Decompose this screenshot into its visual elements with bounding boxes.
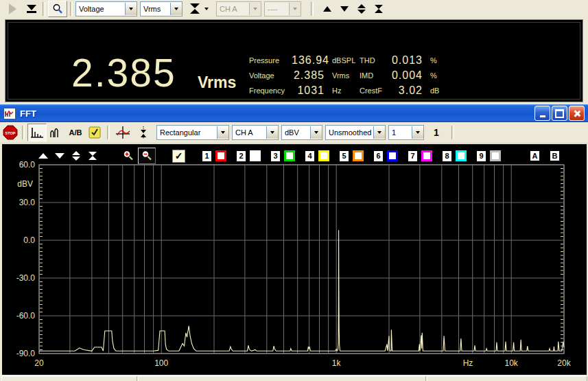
shift-up-button[interactable] xyxy=(38,153,48,159)
close-icon xyxy=(573,110,580,117)
play-button[interactable] xyxy=(4,1,21,16)
statusbar-segment xyxy=(1,376,137,381)
down-to-line-icon xyxy=(27,5,36,13)
fft-unit-select[interactable]: dBV xyxy=(281,125,322,140)
reading-row: CrestF 3.02 dB xyxy=(360,83,439,98)
magnifier-icon xyxy=(52,3,63,14)
meter-main-value: 2.385 xyxy=(71,50,176,95)
minimize-icon xyxy=(540,115,545,117)
overlay-checkbox-8[interactable] xyxy=(456,150,467,161)
up-triangle-icon xyxy=(38,153,48,159)
chevron-down-icon[interactable] xyxy=(310,126,322,139)
scale-up-button[interactable] xyxy=(320,1,334,16)
svg-text:-30.0: -30.0 xyxy=(16,273,36,283)
fft-window-select[interactable]: Rectangular xyxy=(156,125,229,140)
chevron-down-icon xyxy=(289,3,301,15)
svg-text:60.0: 60.0 xyxy=(19,160,36,170)
down-triangle-icon xyxy=(55,153,64,159)
chevron-down-icon xyxy=(249,3,261,15)
zoom-in-button[interactable] xyxy=(120,148,137,163)
overlay-checkbox-5[interactable] xyxy=(353,150,364,161)
maximize-button[interactable] xyxy=(552,106,567,121)
skip-to-end-button[interactable] xyxy=(23,1,40,16)
meter-screen: 2.385 Vrms Pressure 136.94 dBSPL Voltage… xyxy=(5,19,583,102)
separator xyxy=(107,126,110,139)
svg-text:STOP: STOP xyxy=(5,131,16,135)
statusbar xyxy=(0,375,588,381)
quantity-select[interactable]: Voltage xyxy=(75,1,137,16)
svg-text:30.0: 30.0 xyxy=(19,198,36,207)
scale-down-button[interactable] xyxy=(338,1,351,16)
fit-vertical-button[interactable] xyxy=(133,124,154,141)
compress-dropdown-button[interactable] xyxy=(202,1,211,16)
close-button[interactable] xyxy=(569,106,585,121)
overlay-checkbox-2[interactable] xyxy=(250,150,261,161)
svg-text:-90.0: -90.0 xyxy=(16,349,36,358)
overlay-number-9: 9 xyxy=(475,150,487,163)
chevron-down-icon[interactable] xyxy=(170,3,182,15)
up-triangle-icon xyxy=(323,6,331,12)
checklist-icon xyxy=(89,126,101,139)
zoom-out-button[interactable] xyxy=(138,148,156,164)
svg-text:-60.0: -60.0 xyxy=(16,311,36,321)
compress-scale-button[interactable] xyxy=(87,152,97,160)
app-root: Voltage Vrms CH A ---- xyxy=(0,0,588,381)
octave-band-mode-button[interactable] xyxy=(47,124,66,141)
stop-button[interactable]: STOP xyxy=(1,124,19,141)
shift-down-button[interactable] xyxy=(54,153,64,159)
collapse-range-button[interactable] xyxy=(372,1,386,16)
overlay-checkbox-9[interactable] xyxy=(490,150,501,161)
window-title: FFT xyxy=(20,108,36,119)
overlay-number-5: 5 xyxy=(338,150,350,163)
expand-icon xyxy=(357,4,366,14)
overlay-checkbox-1[interactable] xyxy=(215,150,226,161)
separator xyxy=(70,2,73,16)
fft-graph-panel: 60.030.00.0-30.0-60.0-90.0dBV201001k10k2… xyxy=(0,144,588,375)
spectrum-mode-button[interactable] xyxy=(27,124,47,141)
cursor-marker-button[interactable] xyxy=(113,124,133,141)
memory-button-B[interactable]: B xyxy=(549,150,561,162)
averaging-select[interactable]: 1 xyxy=(388,125,424,140)
play-icon xyxy=(9,3,16,14)
average-count-value: 1 xyxy=(434,127,439,138)
memory-button-A[interactable]: A xyxy=(529,150,541,162)
overlay-checkbox-6[interactable] xyxy=(387,150,398,161)
chevron-down-icon[interactable] xyxy=(125,3,137,15)
chevron-down-icon[interactable] xyxy=(412,126,423,139)
separator xyxy=(22,126,25,139)
expand-scale-button[interactable] xyxy=(71,151,81,161)
magnifier-button[interactable] xyxy=(48,1,67,17)
fft-titlebar[interactable]: FFT xyxy=(0,104,588,122)
readings-group-right: THD 0.013 % IMD 0.004 % CrestF 3.02 dB xyxy=(360,53,439,98)
fft-toolbar: STOP A/B xyxy=(0,122,588,143)
chevron-down-icon[interactable] xyxy=(217,126,228,139)
compress-range-button[interactable] xyxy=(187,1,202,16)
minimize-button[interactable] xyxy=(534,106,550,121)
unit-select[interactable]: Vrms xyxy=(140,1,183,16)
graph-header: ✓ 123456789AB xyxy=(38,149,569,163)
svg-text:0.0: 0.0 xyxy=(23,235,35,245)
main-toolbar: Voltage Vrms CH A ---- xyxy=(0,0,588,17)
current-curve-checkbox[interactable]: ✓ xyxy=(172,150,185,163)
chevron-down-icon[interactable] xyxy=(373,126,385,139)
svg-text:20k: 20k xyxy=(557,358,571,368)
settings-button[interactable] xyxy=(85,124,104,141)
svg-text:1k: 1k xyxy=(332,358,342,368)
smoothing-select[interactable]: Unsmoothed xyxy=(325,125,386,140)
meter-main-unit: Vrms xyxy=(198,73,236,92)
svg-text:10k: 10k xyxy=(505,358,519,368)
overlay-checkbox-3[interactable] xyxy=(284,150,295,161)
fft-channel-select[interactable]: CH A xyxy=(232,125,279,140)
ab-compare-button[interactable]: A/B xyxy=(66,124,85,141)
statusbar-segment xyxy=(138,376,426,381)
reading-row: IMD 0.004 % xyxy=(360,68,439,83)
separator xyxy=(43,2,45,16)
svg-text:20: 20 xyxy=(34,358,44,368)
stop-icon: STOP xyxy=(3,125,18,140)
overlay-checkbox-7[interactable] xyxy=(421,150,432,161)
zoom-out-icon xyxy=(141,150,153,162)
expand-range-button[interactable] xyxy=(355,1,368,16)
svg-text:dBV: dBV xyxy=(17,179,33,189)
chevron-down-icon[interactable] xyxy=(266,126,278,139)
overlay-checkbox-4[interactable] xyxy=(318,150,329,161)
